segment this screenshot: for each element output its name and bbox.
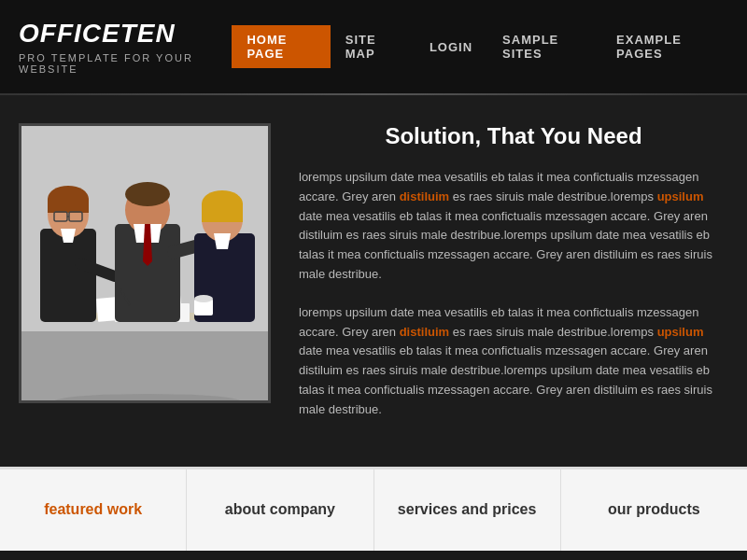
nav-example[interactable]: EXAMPLE PAGES [601, 25, 728, 68]
nav-login[interactable]: LOGIN [415, 33, 487, 62]
content-paragraph-2: loremps upsilum date mea vesatilis eb ta… [299, 303, 728, 420]
nav-home[interactable]: HOME PAGE [232, 25, 330, 68]
logo-ten: TEN [120, 19, 176, 48]
svg-point-17 [125, 182, 170, 206]
tab-featured-work[interactable]: featured work [0, 469, 187, 551]
content-paragraph-1: loremps upsilum date mea vesatilis eb ta… [299, 168, 728, 285]
svg-rect-24 [202, 203, 243, 222]
logo-tagline: PRO TEMPLATE FOR YOUR WEBSITE [19, 52, 232, 75]
tab-about-company[interactable]: about company [187, 469, 374, 551]
header: OFFICETEN PRO TEMPLATE FOR YOUR WEBSITE … [0, 0, 747, 93]
svg-marker-25 [214, 233, 231, 249]
main-content: Solution, That You Need loremps upsilum … [0, 95, 747, 467]
text-area: Solution, That You Need loremps upsilum … [299, 123, 728, 439]
tab-our-products[interactable]: our products [561, 469, 747, 551]
logo-text: OFFICETEN [19, 19, 232, 49]
logo: OFFICETEN PRO TEMPLATE FOR YOUR WEBSITE [19, 19, 232, 75]
hero-image [19, 123, 271, 403]
svg-point-28 [194, 295, 213, 302]
business-image [21, 126, 271, 403]
business-svg [21, 126, 271, 403]
logo-office: OFFICE [19, 19, 120, 48]
nav-sample[interactable]: SAMPLE SITES [487, 25, 601, 68]
tab-services-prices[interactable]: services and prices [374, 469, 561, 551]
content-title: Solution, That You Need [299, 123, 728, 149]
main-nav: HOME PAGE SITE MAP LOGIN SAMPLE SITES EX… [232, 25, 728, 68]
svg-rect-8 [48, 199, 89, 213]
svg-rect-1 [21, 331, 271, 403]
footer-tabs: featured work about company services and… [0, 467, 747, 551]
nav-sitemap[interactable]: SITE MAP [331, 25, 415, 68]
